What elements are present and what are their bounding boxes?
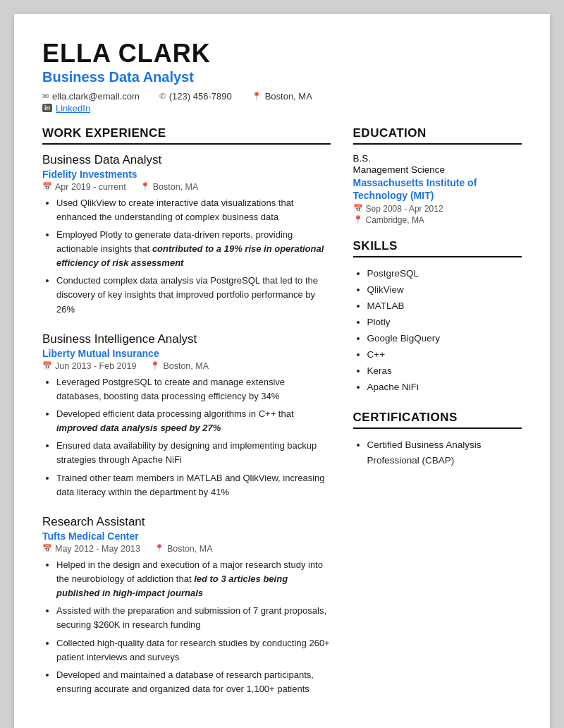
location-icon-1: 📍 <box>140 182 150 191</box>
linkedin-row: in LinkedIn <box>42 103 522 114</box>
bullet-2-1: Leveraged PostgreSQL to create and manag… <box>56 375 331 404</box>
edu-meta: 📅 Sep 2008 - Apr 2012 📍 Cambridge, MA <box>353 204 522 225</box>
bullet-3-2: Assisted with the preparation and submis… <box>56 604 331 632</box>
job-location-2: 📍 Boston, MA <box>150 361 209 371</box>
email-value: ella.clark@email.com <box>52 91 140 102</box>
skill-keras: Keras <box>367 363 522 380</box>
bullet-2-4: Trained other team members in MATLAB and… <box>56 471 331 499</box>
job-location-1: 📍 Boston, MA <box>140 182 199 192</box>
edu-location: 📍 Cambridge, MA <box>353 215 522 225</box>
location-icon-3: 📍 <box>154 544 164 553</box>
job-location-value-1: Boston, MA <box>153 182 199 192</box>
location-contact: 📍 Boston, MA <box>252 91 312 102</box>
email-contact: ✉ ella.clark@email.com <box>42 91 140 102</box>
job-date-range-2: Jun 2013 - Feb 2019 <box>55 361 136 371</box>
skills-section: SKILLS PostgreSQL QlikView MATLAB Plotly… <box>353 239 522 396</box>
calendar-icon-3: 📅 <box>42 544 52 553</box>
bullet-3-1: Helped in the design and execution of a … <box>56 558 331 600</box>
skill-cpp: C++ <box>367 347 522 363</box>
bullet-3-3: Collected high-quality data for research… <box>56 636 331 665</box>
job-location-value-3: Boston, MA <box>167 544 213 554</box>
job-block-fidelity: Business Data Analyst Fidelity Investmen… <box>42 153 331 317</box>
edu-calendar-icon: 📅 <box>353 204 363 213</box>
skill-matlab: MATLAB <box>367 298 522 315</box>
edu-block-mit: B.S. Management Science Massachusetts In… <box>353 153 522 225</box>
candidate-title: Business Data Analyst <box>42 69 522 85</box>
contact-row: ✉ ella.clark@email.com ✆ (123) 456-7890 … <box>42 91 522 102</box>
company-3: Tufts Medical Center <box>42 530 331 542</box>
edu-location-value: Cambridge, MA <box>366 215 424 225</box>
location-value: Boston, MA <box>265 91 312 102</box>
edu-date: 📅 Sep 2008 - Apr 2012 <box>353 204 522 214</box>
linkedin-contact[interactable]: in LinkedIn <box>42 103 90 114</box>
certifications-list: Certified Business Analysis Professional… <box>353 437 522 468</box>
job-date-1: 📅 Apr 2019 - current <box>42 182 126 192</box>
candidate-name: ELLA CLARK <box>42 40 522 68</box>
linkedin-icon: in <box>42 104 52 112</box>
job-date-3: 📅 May 2012 - May 2013 <box>42 544 140 554</box>
job-meta-3: 📅 May 2012 - May 2013 📍 Boston, MA <box>42 544 331 554</box>
job-bullets-1: Used QlikView to create interactive data… <box>42 196 331 317</box>
job-block-tufts: Research Assistant Tufts Medical Center … <box>42 515 331 696</box>
certifications-section: CERTIFICATIONS Certified Business Analys… <box>353 411 522 468</box>
education-section: EDUCATION B.S. Management Science Massac… <box>353 126 522 225</box>
calendar-icon-2: 📅 <box>42 361 52 370</box>
job-meta-2: 📅 Jun 2013 - Feb 2019 📍 Boston, MA <box>42 361 331 371</box>
linkedin-link[interactable]: LinkedIn <box>56 103 90 114</box>
bullet-1-1: Used QlikView to create interactive data… <box>56 196 331 224</box>
edu-location-icon: 📍 <box>353 215 363 224</box>
skill-apache-nifi: Apache NiFi <box>367 380 522 396</box>
skill-qlikview: QlikView <box>367 282 522 298</box>
left-column: WORK EXPERIENCE Business Data Analyst Fi… <box>42 126 331 712</box>
bullet-1-3: Conducted complex data analysis via Post… <box>56 274 331 316</box>
phone-contact: ✆ (123) 456-7890 <box>159 91 232 102</box>
job-meta-1: 📅 Apr 2019 - current 📍 Boston, MA <box>42 182 331 192</box>
work-experience-heading: WORK EXPERIENCE <box>42 126 331 145</box>
edu-degree: B.S. <box>353 153 522 164</box>
phone-value: (123) 456-7890 <box>169 91 232 102</box>
job-title-1: Business Data Analyst <box>42 153 331 167</box>
job-title-2: Business Intelligence Analyst <box>42 332 331 346</box>
location-icon-2: 📍 <box>150 361 160 370</box>
skill-plotly: Plotly <box>367 315 522 331</box>
bullet-1-2: Employed Plotly to generate data-driven … <box>56 228 331 270</box>
company-2: Liberty Mutual Insurance <box>42 348 331 359</box>
job-block-liberty: Business Intelligence Analyst Liberty Mu… <box>42 332 331 499</box>
job-date-2: 📅 Jun 2013 - Feb 2019 <box>42 361 136 371</box>
edu-school: Massachusetts Institute of Technology (M… <box>353 176 522 202</box>
job-bullets-3: Helped in the design and execution of a … <box>42 558 331 696</box>
skills-heading: SKILLS <box>353 239 522 257</box>
company-1: Fidelity Investments <box>42 169 331 180</box>
skill-postgresql: PostgreSQL <box>367 266 522 282</box>
education-heading: EDUCATION <box>353 126 522 145</box>
email-icon: ✉ <box>42 92 49 101</box>
edu-date-range: Sep 2008 - Apr 2012 <box>366 204 443 214</box>
job-bullets-2: Leveraged PostgreSQL to create and manag… <box>42 375 331 499</box>
edu-major: Management Science <box>353 164 522 175</box>
location-icon: 📍 <box>252 92 262 101</box>
job-location-value-2: Boston, MA <box>163 361 209 371</box>
job-title-3: Research Assistant <box>42 515 331 529</box>
body-layout: WORK EXPERIENCE Business Data Analyst Fi… <box>42 126 522 712</box>
resume-container: ELLA CLARK Business Data Analyst ✉ ella.… <box>14 14 550 728</box>
skills-list: PostgreSQL QlikView MATLAB Plotly Google… <box>353 266 522 396</box>
bullet-3-4: Developed and maintained a database of r… <box>56 668 331 696</box>
right-column: EDUCATION B.S. Management Science Massac… <box>353 126 522 712</box>
calendar-icon-1: 📅 <box>42 182 52 191</box>
header: ELLA CLARK Business Data Analyst ✉ ella.… <box>42 40 522 114</box>
skill-bigquery: Google BigQuery <box>367 331 522 347</box>
certifications-heading: CERTIFICATIONS <box>353 411 522 429</box>
cert-cbap: Certified Business Analysis Professional… <box>367 437 522 468</box>
job-location-3: 📍 Boston, MA <box>154 544 213 554</box>
bullet-2-2: Developed efficient data processing algo… <box>56 407 331 435</box>
bullet-2-3: Ensured data availability by designing a… <box>56 439 331 467</box>
phone-icon: ✆ <box>159 92 166 101</box>
job-date-range-1: Apr 2019 - current <box>55 182 126 192</box>
job-date-range-3: May 2012 - May 2013 <box>55 544 140 554</box>
